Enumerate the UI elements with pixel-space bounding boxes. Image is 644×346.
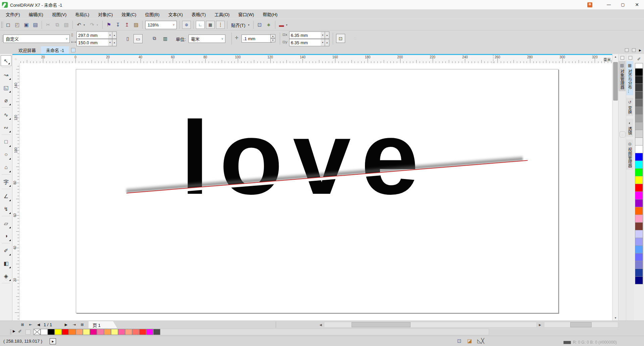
scroll-left-icon[interactable]: ◀ [318,321,323,329]
connector-tool[interactable]: ↯ [0,203,12,215]
color-swatch[interactable] [76,329,83,335]
color-swatch[interactable] [635,92,643,99]
duplicate-x-spinner[interactable]: ▼▲ [321,32,329,39]
dropdown-caret-icon[interactable]: ▾ [84,23,88,26]
menu-item-4[interactable]: 布局(L) [71,9,94,19]
dropdown-caret-icon[interactable]: ▾ [97,23,101,26]
shape-tool[interactable]: ↝ [0,68,12,81]
color-swatch[interactable] [635,138,643,146]
color-swatch[interactable] [635,107,643,115]
minimize-button[interactable]: — [602,0,616,9]
drawing-canvas[interactable]: love [19,63,612,321]
page-preset-combo[interactable]: 自定义 ˅ [3,35,70,43]
maximize-button[interactable]: ▢ [616,0,630,9]
snap-to-dropdown[interactable]: 贴齐(T)▾ [229,22,252,28]
menu-item-2[interactable]: 编辑(E) [24,9,48,19]
all-pages-button[interactable]: ⧉ [150,34,159,43]
vertical-scroll-thumb[interactable] [613,62,618,101]
palette-grip[interactable] [9,329,12,335]
show-guidelines-icon[interactable]: ┆ [216,21,225,29]
ellipse-tool[interactable]: ○ [0,148,12,161]
horizontal-scroll-thumb[interactable] [570,322,592,327]
transparency-tool[interactable]: ◑ [0,230,12,242]
text-tool[interactable]: 字 [0,175,12,188]
color-swatch[interactable] [118,329,125,335]
menu-item-5[interactable]: 对象(C) [94,9,117,19]
freehand-tool[interactable]: ∿ [0,108,12,121]
color-swatch[interactable] [635,277,643,284]
color-swatch[interactable] [62,329,69,335]
add-page-icon[interactable]: ⊞ [78,321,86,329]
page-tab[interactable]: 页 1 [89,321,117,329]
page-height-field[interactable] [76,39,109,46]
account-icon[interactable] [587,2,592,7]
docker-pin-icon[interactable] [629,56,632,60]
color-swatch[interactable] [635,146,643,153]
eyedropper-icon[interactable]: ✐ [18,329,22,334]
menu-item-11[interactable]: 窗口(W) [234,9,258,19]
redo-icon[interactable]: ↷ [88,20,97,29]
duplicate-y-spinner[interactable]: ▼▲ [321,39,329,46]
page-width-field[interactable] [76,32,109,39]
zoom-tool[interactable]: ⌀ [0,94,12,107]
copy-icon[interactable]: ⧉ [53,20,62,29]
tab-untitled-1[interactable]: 未命名 -1 [41,46,69,54]
show-grid-icon[interactable]: ▦ [206,21,215,29]
docker-tab-1[interactable]: ▦对齐与分布… [626,61,633,95]
color-swatch[interactable] [55,329,62,335]
color-swatch[interactable] [90,329,97,335]
menu-item-3[interactable]: 视图(V) [48,9,71,19]
color-swatch[interactable] [635,246,643,253]
page-height-spinner[interactable]: ▼▲ [108,39,117,46]
color-swatch[interactable] [635,184,643,192]
scroll-down-icon[interactable]: ▼ [612,315,619,321]
pick-tool[interactable]: ↖ [1,55,11,66]
color-swatch[interactable] [635,76,643,84]
no-color-swatch[interactable] [34,329,41,335]
duplicate-y-field[interactable] [289,39,322,46]
color-swatch[interactable] [635,199,643,207]
workspace-icon[interactable]: ▬ [277,20,286,29]
nudge-spinner[interactable]: ▲▼ [270,34,275,42]
menu-item-6[interactable]: 效果(C) [117,9,141,19]
color-swatch[interactable] [635,122,643,130]
export-icon[interactable]: ↥ [122,20,131,29]
current-page-button[interactable]: ▥ [161,34,169,43]
menu-item-7[interactable]: 位图(B) [141,9,164,19]
search-content-icon[interactable]: ⚑ [104,20,113,29]
previous-page-icon[interactable]: ◀ [35,321,42,329]
rectangle-tool[interactable]: □ [0,135,12,148]
color-swatch[interactable] [635,68,643,76]
color-swatch[interactable] [635,238,643,246]
color-swatch[interactable] [635,261,643,269]
color-swatch[interactable] [48,329,55,335]
menu-item-12[interactable]: 帮助(H) [258,9,282,19]
color-swatch[interactable] [153,329,160,335]
color-swatch[interactable] [635,223,643,230]
docker-tab-2[interactable]: ↺变换 [626,98,633,116]
tab-welcome-screen[interactable]: 欢迎屏幕 [13,46,41,54]
nudge-offset-field[interactable] [241,35,272,43]
color-eyedropper-tool[interactable]: ✐ [0,244,12,257]
landscape-button[interactable]: ▭ [133,34,143,43]
color-swatch[interactable] [125,329,132,335]
palette-flyout-icon[interactable]: ▶ [13,329,15,333]
color-swatch[interactable] [41,329,48,335]
color-swatch[interactable] [146,329,153,335]
options-icon[interactable]: ⊡ [255,20,264,29]
color-swatch[interactable] [635,153,643,161]
docker-tab-4[interactable]: ◎视图管理器 [626,139,633,170]
outline-none-icon[interactable]: ◺╳ [477,338,484,344]
dimension-tool[interactable]: ∠ [0,190,12,203]
scroll-right-icon[interactable]: ▶ [537,321,543,329]
color-swatch[interactable] [635,269,643,277]
color-swatch[interactable] [83,329,90,335]
color-swatch[interactable] [635,253,643,261]
duplicate-x-field[interactable] [289,32,322,39]
add-page-icon[interactable]: ⊞ [19,321,26,329]
artwork-text[interactable]: love [180,106,429,210]
unit-combo[interactable]: 毫米 ˅ [189,35,225,43]
docker-tab-object-manager[interactable]: ▤ 对象管理器 [619,61,626,91]
color-swatch[interactable] [69,329,76,335]
color-swatch[interactable] [97,329,104,335]
